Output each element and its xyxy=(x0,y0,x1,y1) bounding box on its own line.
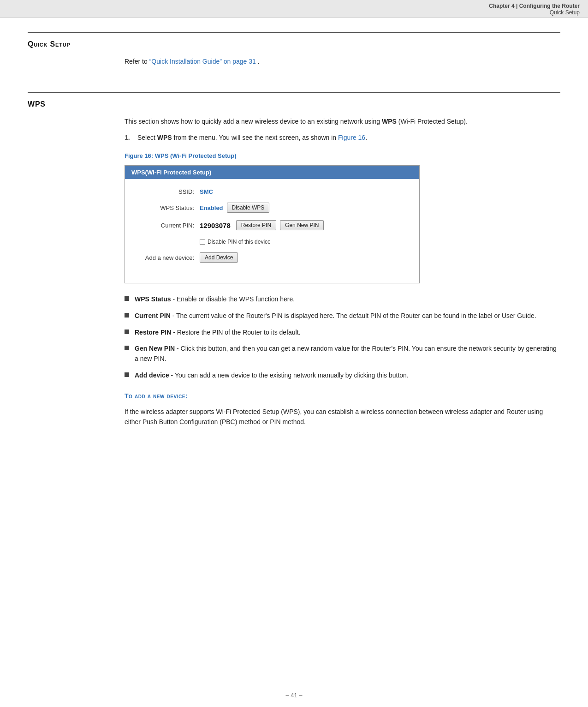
bullet-text-4: - Click this button, and then you can ge… xyxy=(135,345,557,362)
page-footer: – 41 – xyxy=(0,692,588,699)
step-1: 1. Select WPS from the menu. You will se… xyxy=(125,133,560,143)
wps-intro-para: This section shows how to quickly add a … xyxy=(125,117,560,127)
wps-intro-suffix: (Wi-Fi Protected Setup). xyxy=(397,118,468,125)
bullet-icon-3 xyxy=(125,330,129,334)
step1-bold: WPS xyxy=(157,134,172,141)
main-content: Quick Setup Refer to “Quick Installation… xyxy=(0,18,588,461)
bullet-term-3: Restore PIN xyxy=(135,329,171,336)
wps-section: WPS This section shows how to quickly ad… xyxy=(28,92,560,434)
page-number: – 41 – xyxy=(285,692,302,699)
bullet-restore-pin: Restore PIN - Restore the PIN of the Rou… xyxy=(125,328,560,338)
wps-pin-value: 12903078 Restore PIN Gen New PIN xyxy=(200,220,324,230)
bullet-add-device-text: Add device - You can add a new device to… xyxy=(135,371,409,381)
quick-setup-para: Refer to “Quick Installation Guide” on p… xyxy=(125,57,560,67)
disable-wps-button[interactable]: Disable WPS xyxy=(227,203,270,213)
wps-checkbox-row: Disable PIN of this device xyxy=(200,239,271,245)
quick-setup-content: Refer to “Quick Installation Guide” on p… xyxy=(28,57,560,73)
step-1-num: 1. xyxy=(125,133,133,143)
figure-caption: Figure 16: WPS (Wi-Fi Protected Setup) xyxy=(125,151,560,161)
bullet-term-1: WPS Status xyxy=(135,295,171,303)
wps-status-label: WPS Status: xyxy=(139,204,194,211)
quick-setup-left xyxy=(28,57,125,73)
bullet-text-3: - Restore the PIN of the Router to its d… xyxy=(171,329,300,336)
wps-ssid-label: SSID: xyxy=(139,188,194,195)
bullet-current-pin: Current PIN - The current value of the R… xyxy=(125,311,560,321)
header-section-label: Quick Setup xyxy=(550,9,580,16)
wps-heading: WPS xyxy=(28,100,560,108)
bullet-gen-new-pin: Gen New PIN - Click this button, and the… xyxy=(125,344,560,364)
wps-status-value: Enabled Disable WPS xyxy=(200,203,269,213)
bullet-wps-status: WPS Status - Enable or disable the WPS f… xyxy=(125,294,560,305)
section-divider-1 xyxy=(28,32,560,33)
chapter-label: Chapter 4 | Configuring the Router xyxy=(489,3,580,9)
page-header: Chapter 4 | Configuring the Router Quick… xyxy=(0,0,588,18)
bullet-gen-new-pin-text: Gen New PIN - Click this button, and the… xyxy=(135,344,560,364)
wps-add-device-value: Add Device xyxy=(200,252,238,263)
to-add-heading: To add a new device: xyxy=(125,391,560,401)
wps-intro-text: This section shows how to quickly add a … xyxy=(125,118,382,125)
steps-list: 1. Select WPS from the menu. You will se… xyxy=(125,133,560,143)
wps-body: SSID: SMC WPS Status: Enabled Disable WP… xyxy=(125,179,419,283)
bullet-icon-4 xyxy=(125,346,129,350)
restore-pin-button[interactable]: Restore PIN xyxy=(236,220,276,230)
wps-right: This section shows how to quickly add a … xyxy=(125,117,560,434)
header-separator: | xyxy=(516,3,519,9)
step-1-text: Select WPS from the menu. You will see t… xyxy=(137,133,367,143)
wps-title-bar: WPS(Wi-Fi Protected Setup) xyxy=(125,166,419,179)
bullet-current-pin-text: Current PIN - The current value of the R… xyxy=(135,311,536,321)
bullet-icon-2 xyxy=(125,313,129,318)
bullet-restore-pin-text: Restore PIN - Restore the PIN of the Rou… xyxy=(135,328,301,338)
bullet-term-4: Gen New PIN xyxy=(135,345,175,352)
bullet-icon-5 xyxy=(125,372,129,377)
bullet-term-2: Current PIN xyxy=(135,312,171,319)
wps-intro-bold: WPS xyxy=(382,118,397,125)
section-divider-2 xyxy=(28,92,560,93)
wps-pin-row: Current PIN: 12903078 Restore PIN Gen Ne… xyxy=(139,220,405,245)
quick-setup-right: Refer to “Quick Installation Guide” on p… xyxy=(125,57,560,73)
to-add-text: If the wireless adapter supports Wi-Fi P… xyxy=(125,407,560,427)
bullet-icon-1 xyxy=(125,296,129,301)
wps-pin-number: 12903078 xyxy=(200,222,231,229)
bullet-add-device: Add device - You can add a new device to… xyxy=(125,371,560,381)
bullet-term-5: Add device xyxy=(135,371,169,379)
wps-add-device-label: Add a new device: xyxy=(139,254,194,261)
wps-add-device-row: Add a new device: Add Device xyxy=(139,252,405,263)
wps-bullet-list: WPS Status - Enable or disable the WPS f… xyxy=(125,294,560,380)
gen-new-pin-button[interactable]: Gen New PIN xyxy=(280,220,324,230)
chapter-prefix: Chapter 4 xyxy=(489,3,514,9)
wps-ssid-value: SMC xyxy=(200,188,213,195)
wps-ssid-row: SSID: SMC xyxy=(139,188,405,195)
quick-setup-section: Quick Setup Refer to “Quick Installation… xyxy=(28,32,560,73)
wps-pin-label: Current PIN: xyxy=(139,222,194,229)
wps-left xyxy=(28,117,125,434)
step1-suffix: from the menu. You will see the next scr… xyxy=(172,134,338,141)
quick-install-link[interactable]: “Quick Installation Guide” on page 31 xyxy=(149,58,256,65)
bullet-text-2: - The current value of the Router's PIN … xyxy=(171,312,536,319)
quick-setup-heading: Quick Setup xyxy=(28,40,560,48)
step1-text: Select xyxy=(137,134,157,141)
figure16-link[interactable]: Figure 16 xyxy=(338,134,365,141)
add-device-button[interactable]: Add Device xyxy=(200,252,238,263)
wps-ssid-text: SMC xyxy=(200,188,213,195)
step1-end: . xyxy=(365,134,367,141)
quick-setup-refer: Refer to xyxy=(125,58,149,65)
wps-screenshot: WPS(Wi-Fi Protected Setup) SSID: SMC WPS… xyxy=(125,165,420,283)
wps-enabled-text: Enabled xyxy=(200,204,223,211)
disable-pin-label: Disable PIN of this device xyxy=(208,239,271,245)
wps-content: This section shows how to quickly add a … xyxy=(28,117,560,434)
bullet-text-1: - Enable or disable the WPS function her… xyxy=(171,295,295,303)
bullet-text-5: - You can add a new device to the existi… xyxy=(169,371,409,379)
bullet-wps-status-text: WPS Status - Enable or disable the WPS f… xyxy=(135,294,295,305)
chapter-title: Configuring the Router xyxy=(519,3,580,9)
disable-pin-checkbox[interactable] xyxy=(200,239,205,245)
quick-setup-suffix: . xyxy=(258,58,260,65)
wps-status-row: WPS Status: Enabled Disable WPS xyxy=(139,203,405,213)
